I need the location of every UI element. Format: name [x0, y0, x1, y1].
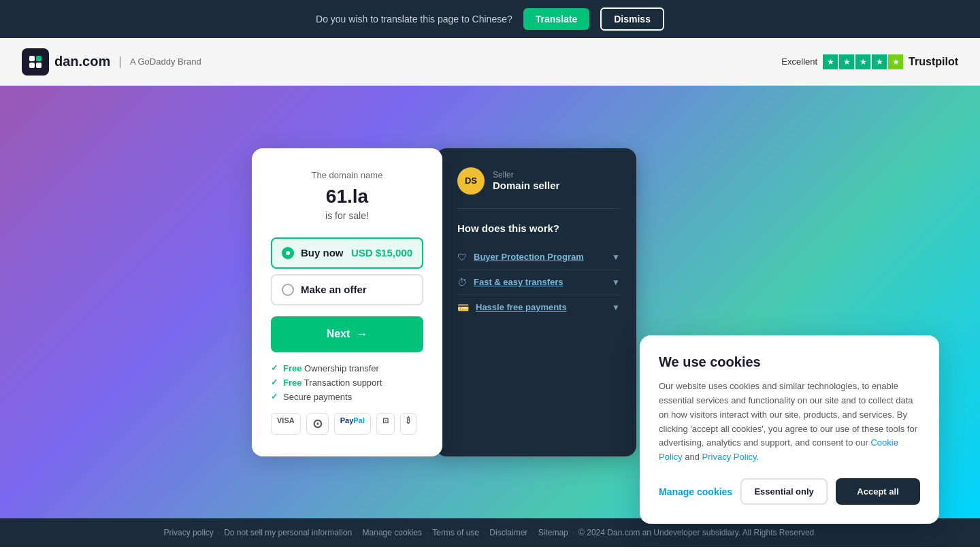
footer-terms[interactable]: Terms of use [432, 528, 479, 537]
logo-separator: | [118, 54, 122, 69]
buyer-protection-label: Buyer Protection Program [474, 252, 584, 262]
dismiss-button[interactable]: Dismiss [600, 7, 664, 31]
cookie-policy-link[interactable]: Cookie Policy [659, 437, 898, 462]
seller-card: DS Seller Domain seller How does this wo… [436, 148, 636, 456]
accordion-buyer-protection[interactable]: 🛡 Buyer Protection Program ▼ [457, 245, 620, 270]
logo-text: dan.com [54, 54, 110, 69]
footer-manage-cookies[interactable]: Manage cookies [363, 528, 422, 537]
accordion-left-1: 🛡 Buyer Protection Program [457, 252, 584, 263]
footer-disclaimer[interactable]: Disclaimer [489, 528, 527, 537]
accordion-hassle-free[interactable]: 💳 Hassle free payments ▼ [457, 295, 620, 320]
domain-card: The domain name 61.la is for sale! Buy n… [252, 148, 442, 456]
seller-name: Domain seller [493, 180, 559, 191]
footer-copyright: © 2024 Dan.com an Undeveloper subsidiary… [578, 528, 816, 537]
payment-icon-2: 💳 [457, 302, 469, 313]
cookie-title: We use cookies [659, 354, 920, 370]
fast-transfers-label: Fast & easy transfers [474, 277, 564, 287]
seller-divider [457, 208, 620, 209]
seller-role: Seller [493, 170, 559, 180]
header: dan.com | A GoDaddy Brand Excellent ★ ★ … [0, 38, 980, 86]
logo-icon [22, 48, 49, 76]
domain-name: 61.la [271, 186, 423, 207]
amazon-icon: ⊡ [376, 413, 395, 435]
svg-rect-1 [36, 56, 42, 61]
make-offer-option[interactable]: Make an offer [271, 274, 423, 305]
translate-button[interactable]: Translate [523, 8, 589, 30]
check-icon-1: ✓ [271, 363, 278, 373]
translate-message: Do you wish to translate this page to Ch… [316, 14, 512, 24]
footer-do-not-sell[interactable]: Do not sell my personal information [224, 528, 352, 537]
buy-now-price: USD $15,000 [351, 247, 412, 258]
cookie-text: Our website uses cookies and similar tec… [659, 380, 920, 465]
next-label: Next [327, 328, 350, 340]
seller-header: DS Seller Domain seller [457, 167, 620, 195]
make-offer-label: Make an offer [301, 284, 367, 295]
accept-all-button[interactable]: Accept all [836, 478, 920, 505]
footer-sitemap[interactable]: Sitemap [538, 528, 568, 537]
domain-forsale: is for sale! [271, 210, 423, 221]
bitcoin-icon: ₿ [400, 413, 416, 435]
feature-ownership: ✓ Free Ownership transfer [271, 363, 423, 373]
next-arrow-icon: → [355, 327, 368, 341]
star-4: ★ [872, 54, 887, 69]
paypal-icon: PayPal [334, 413, 371, 435]
shield-icon: 🛡 [457, 252, 467, 263]
check-icon-3: ✓ [271, 392, 278, 401]
mastercard-icon: ⊙ [306, 413, 329, 435]
how-title: How does this work? [457, 222, 620, 234]
make-offer-radio [282, 284, 294, 296]
free-badge-1: Free Ownership transfer [283, 363, 379, 373]
accordion-left-2: ⏱ Fast & easy transfers [457, 277, 564, 288]
trustpilot-area: Excellent ★ ★ ★ ★ ★ Trustpilot [781, 54, 958, 69]
next-button[interactable]: Next → [271, 316, 423, 352]
cookie-banner: We use cookies Our website uses cookies … [640, 335, 939, 524]
seller-info: Seller Domain seller [493, 170, 559, 191]
godaddy-brand: A GoDaddy Brand [130, 56, 201, 67]
translate-bar: Do you wish to translate this page to Ch… [0, 0, 980, 38]
trustpilot-stars: ★ ★ ★ ★ ★ [823, 54, 903, 69]
svg-rect-3 [36, 63, 42, 68]
star-5: ★ [888, 54, 903, 69]
chevron-down-icon-3: ▼ [612, 303, 620, 312]
payment-icons: VISA ⊙ PayPal ⊡ ₿ [271, 413, 423, 435]
star-1: ★ [823, 54, 838, 69]
clock-icon: ⏱ [457, 277, 467, 288]
buy-now-label: Buy now [301, 247, 344, 258]
buy-now-left: Buy now [282, 247, 344, 259]
features-list: ✓ Free Ownership transfer ✓ Free Transac… [271, 363, 423, 402]
chevron-down-icon-1: ▼ [612, 252, 620, 262]
accordion-fast-transfers[interactable]: ⏱ Fast & easy transfers ▼ [457, 270, 620, 295]
star-3: ★ [855, 54, 870, 69]
hassle-free-label: Hassle free payments [476, 302, 567, 312]
make-offer-left: Make an offer [282, 284, 367, 296]
svg-rect-2 [29, 63, 35, 68]
trustpilot-label: Excellent [781, 56, 817, 67]
seller-avatar: DS [457, 167, 485, 195]
logo-area: dan.com | A GoDaddy Brand [22, 48, 201, 76]
check-icon-2: ✓ [271, 378, 278, 387]
privacy-policy-link[interactable]: Privacy Policy [702, 452, 757, 462]
accordion-left-3: 💳 Hassle free payments [457, 302, 567, 313]
secure-payments-text: Secure payments [283, 392, 352, 402]
essential-only-button[interactable]: Essential only [740, 478, 828, 505]
visa-icon: VISA [271, 413, 301, 435]
feature-payments: ✓ Secure payments [271, 392, 423, 402]
star-2: ★ [839, 54, 854, 69]
svg-rect-0 [29, 56, 35, 61]
free-badge-2: Free Transaction support [283, 378, 382, 388]
buy-now-radio [282, 247, 294, 259]
cookie-actions: Manage cookies Essential only Accept all [659, 478, 920, 505]
domain-label: The domain name [271, 170, 423, 180]
buy-now-option[interactable]: Buy now USD $15,000 [271, 237, 423, 269]
trustpilot-logo: Trustpilot [909, 56, 958, 68]
chevron-down-icon-2: ▼ [612, 278, 620, 287]
feature-transaction: ✓ Free Transaction support [271, 378, 423, 388]
footer-privacy-policy[interactable]: Privacy policy [163, 528, 213, 537]
manage-cookies-button[interactable]: Manage cookies [659, 486, 732, 497]
